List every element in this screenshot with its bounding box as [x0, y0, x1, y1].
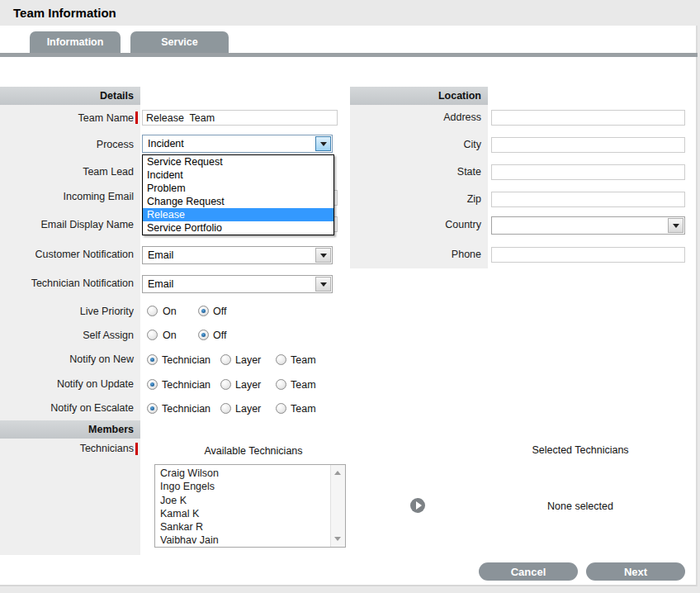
technician-list-item[interactable]: Sankar R [155, 520, 331, 534]
notify-on-escalate-team-label: Team [291, 403, 316, 415]
notify-on-new-radio-group: Technician Layer Team [0, 354, 347, 367]
process-option-release-highlighted[interactable]: Release [143, 208, 333, 221]
notify-on-update-team-radio[interactable] [276, 379, 286, 390]
notify-on-update-radio-group: Technician Layer Team [0, 379, 347, 391]
chevron-down-icon [320, 254, 327, 258]
phone-label: Phone [350, 249, 481, 261]
team-lead-label: Team Lead [0, 166, 134, 178]
available-technicians-items: Craig Wilson Ingo Engels Joe K Kamal K S… [155, 467, 331, 548]
technicians-required-marker [135, 443, 138, 455]
selected-technicians-title: Selected Technicians [487, 444, 674, 456]
state-input[interactable] [491, 164, 685, 180]
live-priority-radio-group: On Off [0, 306, 347, 318]
address-label: Address [350, 111, 481, 124]
live-priority-off-label: Off [213, 306, 226, 318]
state-label: State [350, 166, 481, 178]
process-option-problem[interactable]: Problem [143, 182, 333, 195]
process-option-service-request[interactable]: Service Request [143, 155, 333, 168]
notify-on-escalate-technician-radio[interactable] [147, 403, 158, 414]
listbox-scrollbar[interactable] [330, 465, 345, 547]
move-to-selected-button[interactable] [410, 498, 425, 513]
self-assign-on-label: On [163, 330, 177, 342]
technician-list-item[interactable]: Vaibhav Jain [155, 534, 331, 547]
notify-on-escalate-team-radio[interactable] [276, 403, 286, 414]
process-option-service-portfolio[interactable]: Service Portfolio [143, 221, 333, 235]
process-select[interactable]: Incident [142, 135, 333, 153]
address-input[interactable] [491, 110, 685, 126]
technician-list-item[interactable]: Kamal K [155, 507, 331, 520]
team-name-input[interactable] [142, 110, 338, 126]
scroll-down-button[interactable] [331, 533, 344, 545]
details-section-header: Details [0, 87, 140, 105]
technician-list-item[interactable]: Ingo Engels [155, 480, 331, 493]
location-section-header: Location [350, 87, 488, 105]
customer-notification-value: Email [148, 247, 173, 264]
details-label-column [0, 87, 140, 555]
selected-technicians-empty-text: None selected [487, 500, 674, 512]
city-input[interactable] [491, 137, 685, 153]
phone-input[interactable] [491, 247, 685, 263]
page-title: Team Information [13, 6, 116, 20]
country-select-arrow-button[interactable] [668, 218, 683, 233]
self-assign-radio-group: On Off [0, 330, 347, 342]
team-name-required-marker [135, 111, 138, 124]
live-priority-off-radio[interactable] [198, 306, 209, 316]
notify-on-update-technician-radio[interactable] [147, 379, 158, 390]
customer-notification-select[interactable]: Email [142, 246, 333, 264]
self-assign-off-label: Off [213, 330, 226, 342]
team-information-page: Team Information Information Service Det… [0, 0, 700, 593]
notify-on-new-team-radio[interactable] [276, 354, 286, 365]
notify-on-new-layer-radio[interactable] [220, 354, 231, 365]
technician-list-item[interactable]: Joe K [155, 494, 331, 507]
arrow-down-icon [334, 537, 341, 541]
next-button[interactable]: Next [586, 562, 685, 581]
notify-on-escalate-layer-label: Layer [235, 403, 261, 415]
cancel-button[interactable]: Cancel [479, 562, 578, 581]
available-technicians-title: Available Technicians [154, 445, 352, 457]
notify-on-escalate-radio-group: Technician Layer Team [0, 403, 347, 415]
members-section-header: Members [0, 420, 140, 439]
notify-on-update-team-label: Team [291, 379, 316, 391]
notify-on-update-technician-label: Technician [162, 379, 210, 391]
self-assign-off-radio[interactable] [198, 330, 209, 340]
email-display-name-label: Email Display Name [0, 219, 134, 231]
process-option-incident[interactable]: Incident [143, 168, 333, 182]
country-select[interactable] [491, 216, 685, 235]
chevron-down-icon [320, 282, 327, 287]
technicians-label: Technicians [0, 443, 134, 455]
notify-on-update-layer-label: Layer [235, 379, 261, 391]
arrow-up-icon [334, 471, 341, 475]
tab-information[interactable]: Information [30, 31, 121, 53]
notify-on-new-technician-radio[interactable] [147, 354, 158, 365]
notify-on-escalate-layer-radio[interactable] [220, 403, 231, 414]
country-label: Country [350, 219, 481, 231]
process-dropdown-list: Service Request Incident Problem Change … [142, 154, 334, 235]
process-select-value: Incident [148, 135, 184, 153]
notify-on-new-technician-label: Technician [162, 354, 210, 367]
tab-strip-bar [0, 53, 698, 57]
process-option-change-request[interactable]: Change Request [143, 195, 333, 208]
incoming-email-label: Incoming Email [0, 191, 134, 203]
self-assign-on-radio[interactable] [147, 330, 158, 340]
available-technicians-listbox[interactable]: Craig Wilson Ingo Engels Joe K Kamal K S… [154, 464, 346, 548]
technician-notification-arrow-button[interactable] [315, 277, 331, 292]
chevron-down-icon [320, 142, 327, 146]
technician-list-item[interactable]: Craig Wilson [155, 467, 331, 480]
notify-on-new-layer-label: Layer [235, 354, 261, 367]
scroll-up-button[interactable] [331, 467, 344, 479]
city-label: City [350, 139, 481, 151]
customer-notification-arrow-button[interactable] [315, 248, 331, 263]
tab-service[interactable]: Service [130, 31, 229, 53]
process-label: Process [0, 139, 134, 151]
technician-notification-select[interactable]: Email [142, 275, 333, 293]
notify-on-new-team-label: Team [291, 354, 316, 367]
process-select-arrow-button[interactable] [315, 136, 331, 151]
team-name-label: Team Name [0, 112, 134, 125]
zip-input[interactable] [491, 192, 685, 207]
zip-label: Zip [350, 193, 481, 206]
chevron-down-icon [673, 224, 679, 228]
live-priority-on-radio[interactable] [147, 306, 158, 316]
notify-on-update-layer-radio[interactable] [220, 379, 231, 390]
technician-notification-value: Email [148, 276, 173, 293]
customer-notification-label: Customer Notification [0, 249, 134, 261]
